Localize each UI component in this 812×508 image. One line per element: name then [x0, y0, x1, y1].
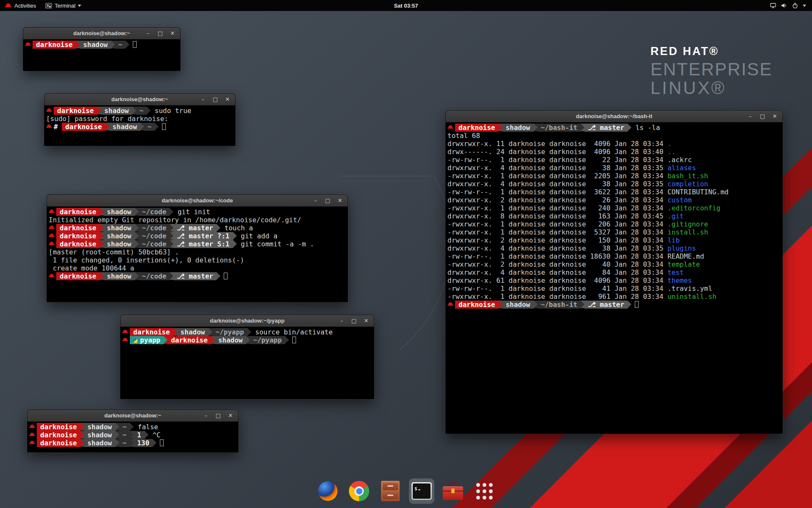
file-list-row: -rwxrwxr-x. 1 darknoise darknoise 240 Ja…	[447, 204, 781, 212]
activities-button[interactable]: Activities	[0, 0, 41, 11]
powerline-separator-icon	[80, 431, 84, 439]
file-name: bash_it.sh	[667, 172, 708, 180]
terminal-prompt-line: pyappdarknoiseshadow~/pyapp	[122, 336, 372, 344]
python-icon	[133, 339, 137, 343]
activities-label: Activities	[14, 3, 36, 9]
prompt-segment-path: ~/code	[139, 224, 170, 232]
terminal-prompt-line: darknoiseshadow~/pyapp source bin/activa…	[122, 328, 372, 336]
window-titlebar[interactable]: darknoise@shadow:~–□✕	[27, 410, 238, 422]
window-close-button[interactable]: ✕	[225, 94, 230, 105]
window-close-button[interactable]: ✕	[337, 195, 343, 207]
files-icon-handle	[387, 486, 393, 487]
dock-item-chrome[interactable]	[346, 478, 372, 504]
prompt-segment-exit: 130	[134, 439, 153, 447]
system-menu-button[interactable]	[764, 0, 812, 11]
dock-item-terminal[interactable]: $	[409, 478, 434, 504]
terminal-output-line: create mode 100644 a	[49, 264, 346, 272]
powerline-separator-icon	[247, 328, 251, 336]
window-titlebar[interactable]: darknoise@shadow:~–□✕	[23, 28, 180, 39]
terminal-content[interactable]: darknoiseshadow~/code git initInitialize…	[47, 207, 348, 302]
powerline-separator-icon	[132, 107, 136, 114]
window-minimize-button[interactable]: –	[145, 28, 151, 39]
clock-button[interactable]: Sat 03:57	[394, 3, 418, 9]
redhat-prompt-icon	[29, 423, 36, 431]
powerline-separator-icon	[126, 41, 129, 48]
file-name: .gitignore	[667, 220, 708, 228]
file-name: test	[667, 268, 684, 276]
terminal-window: darknoise@shadow:~–□✕darknoiseshadow~ fa…	[27, 409, 239, 453]
powerline-separator-icon	[135, 272, 139, 280]
window-titlebar[interactable]: darknoise@shadow:~–□✕	[44, 94, 235, 105]
window-close-button[interactable]: ✕	[772, 110, 778, 122]
prompt-segment-path: ~/bash-it	[538, 124, 581, 132]
file-name: plugins	[667, 244, 696, 252]
window-maximize-button[interactable]: □	[157, 28, 163, 39]
window-maximize-button[interactable]: □	[351, 315, 357, 327]
output-text: 1 file changed, 0 insertions(+), 0 delet…	[49, 256, 244, 264]
window-minimize-button[interactable]: –	[200, 94, 206, 105]
firefox-icon	[317, 480, 338, 502]
powerline-separator-icon	[170, 224, 173, 232]
window-titlebar[interactable]: darknoise@shadow:~/pyapp–□✕	[121, 315, 374, 327]
output-text: total 68	[447, 132, 480, 140]
powerline-separator-icon	[76, 41, 80, 48]
file-meta: -rw-rw-r--. 1 darknoise darknoise 3622 J…	[447, 188, 667, 196]
window-maximize-button[interactable]: □	[325, 195, 331, 207]
dock-item-toolbox[interactable]	[440, 478, 466, 504]
file-list-row: drwxrwxr-x. 11 darknoise darknoise 4096 …	[447, 140, 781, 148]
file-list-row: drwxrwxr-x. 4 darknoise darknoise 38 Jan…	[447, 164, 781, 172]
window-close-button[interactable]: ✕	[228, 410, 233, 422]
window-maximize-button[interactable]: □	[212, 94, 218, 105]
window-minimize-button[interactable]: –	[747, 110, 753, 122]
window-close-button[interactable]: ✕	[363, 315, 369, 327]
window-maximize-button[interactable]: □	[215, 410, 221, 422]
file-meta: drwxrwxr-x. 61 darknoise darknoise 4096 …	[447, 276, 667, 284]
terminal-cursor	[292, 337, 296, 343]
terminal-prompt-line: darknoiseshadow~/code git init	[49, 208, 346, 216]
powerline-separator-icon	[140, 123, 144, 130]
powerline-separator-icon	[130, 423, 134, 431]
terminal-cursor	[162, 123, 166, 130]
dock-item-show-applications[interactable]	[472, 478, 497, 504]
terminal-content[interactable]: darknoiseshadow~ falsedarknoiseshadow~1 …	[27, 422, 238, 452]
prompt-segment-host: shadow	[84, 423, 115, 431]
window-minimize-button[interactable]: –	[203, 410, 209, 422]
terminal-content[interactable]: darknoiseshadow~	[23, 39, 180, 71]
redhat-prompt-icon	[29, 431, 36, 439]
powerline-separator-icon	[581, 124, 584, 131]
window-close-button[interactable]: ✕	[170, 28, 176, 39]
window-titlebar[interactable]: darknoise@shadow:~/bash-it–□✕	[446, 110, 782, 122]
redhat-prompt-icon	[49, 208, 55, 216]
terminal-content[interactable]: darknoiseshadow~ sudo true[sudo] passwor…	[44, 105, 235, 146]
powerline-separator-icon	[105, 123, 109, 130]
powerline-separator-icon	[135, 232, 139, 240]
powerline-separator-icon	[135, 208, 139, 215]
window-title: darknoise@shadow:~/code	[47, 197, 348, 204]
window-minimize-button[interactable]: –	[339, 315, 345, 327]
output-text: create mode 100644 a	[49, 264, 134, 272]
files-icon-handle	[387, 494, 393, 496]
powerline-separator-icon	[233, 240, 237, 248]
prompt-segment-host: shadow	[109, 123, 140, 131]
file-list-row: drwxrwxr-x. 4 darknoise darknoise 84 Jan…	[447, 268, 781, 276]
powerline-separator-icon	[100, 240, 104, 248]
volume-icon	[781, 2, 787, 9]
window-titlebar[interactable]: darknoise@shadow:~/code–□✕	[47, 195, 348, 207]
terminal-content[interactable]: darknoiseshadow~/bash-it⎇ master ls -lat…	[446, 122, 782, 433]
window-maximize-button[interactable]: □	[760, 110, 765, 122]
terminal-window: darknoise@shadow:~/pyapp–□✕darknoiseshad…	[120, 315, 374, 399]
dock-item-firefox[interactable]	[315, 478, 340, 504]
dock-item-files[interactable]	[378, 478, 403, 504]
app-menu-button[interactable]: Terminal	[41, 0, 86, 11]
prompt-segment-user: darknoise	[56, 272, 100, 280]
file-list-row: -rw-rw-r--. 1 darknoise darknoise 41 Jan…	[447, 284, 781, 293]
powerline-separator-icon	[115, 431, 119, 439]
file-name: lib	[667, 236, 680, 244]
prompt-segment-host: shadow	[502, 301, 534, 309]
terminal-dock-icon-prompt: $	[414, 486, 417, 491]
terminal-prompt-line: darknoiseshadow~130	[29, 439, 236, 447]
window-minimize-button[interactable]: –	[313, 195, 318, 207]
file-name: ..	[667, 148, 675, 156]
terminal-output-line: 1 file changed, 0 insertions(+), 0 delet…	[49, 256, 346, 264]
terminal-content[interactable]: darknoiseshadow~/pyapp source bin/activa…	[121, 327, 374, 399]
